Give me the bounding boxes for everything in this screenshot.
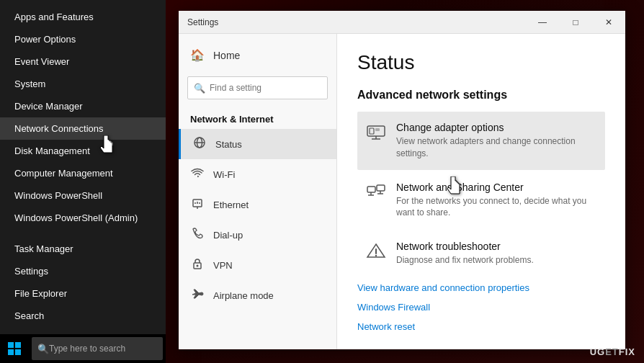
menu-item-explorer[interactable]: File Explorer — [0, 282, 166, 305]
airplane-icon — [190, 287, 205, 303]
adapter-icon — [366, 123, 386, 145]
setting-item-sharing[interactable]: Network and Sharing Center For the netwo… — [357, 171, 605, 230]
menu-item-event[interactable]: Event Viewer — [0, 50, 166, 73]
settings-window: Settings — □ ✕ 🏠 Home 🔍 Network & Intern… — [179, 11, 625, 349]
dialup-icon — [190, 227, 205, 243]
nav-search-input[interactable] — [210, 83, 321, 93]
menu-item-compmgmt[interactable]: Computer Management — [0, 162, 166, 184]
content-panel: Status Advanced network settings Change … — [337, 34, 625, 349]
svg-rect-2 — [8, 349, 14, 355]
close-button[interactable]: ✕ — [592, 11, 625, 34]
adapter-text: Change adapter options View network adap… — [396, 122, 596, 160]
taskbar: 🔍 Type here to search — [0, 334, 166, 363]
status-icon — [192, 136, 207, 152]
taskbar-search[interactable]: 🔍 Type here to search — [32, 337, 163, 360]
home-icon: 🏠 — [190, 48, 205, 62]
setting-item-troubleshoot[interactable]: Network troubleshooter Diagnose and fix … — [357, 230, 605, 277]
nav-item-dialup[interactable]: Dial-up — [179, 220, 336, 250]
wifi-icon — [190, 166, 205, 182]
window-controls: — □ ✕ — [526, 11, 625, 34]
maximize-button[interactable]: □ — [559, 11, 592, 34]
troubleshoot-icon — [366, 242, 386, 264]
menu-item-powershell-admin[interactable]: Windows PowerShell (Admin) — [0, 207, 166, 229]
nav-item-ethernet[interactable]: Ethernet — [179, 189, 336, 220]
menu-item-system[interactable]: System — [0, 73, 166, 95]
svg-rect-20 — [377, 185, 385, 191]
vpn-icon — [190, 257, 205, 273]
menu-item-settings[interactable]: Settings — [0, 260, 166, 282]
search-icon: 🔍 — [37, 344, 49, 354]
window-body: 🏠 Home 🔍 Network & Internet Status — [179, 34, 625, 349]
menu-item-disk[interactable]: Disk Management — [0, 140, 166, 162]
nav-item-vpn[interactable]: VPN — [179, 250, 336, 280]
link-firewall[interactable]: Windows Firewall — [357, 297, 605, 317]
ethernet-icon — [190, 197, 205, 212]
window-titlebar: Settings — □ ✕ — [179, 11, 625, 34]
setting-item-adapter[interactable]: Change adapter options View network adap… — [357, 112, 605, 170]
menu-item-network[interactable]: Network Connections — [0, 117, 166, 140]
svg-point-13 — [197, 265, 199, 267]
menu-item-taskmgr[interactable]: Task Manager — [0, 238, 166, 260]
context-menu: Apps and Features Power Options Event Vi… — [0, 0, 166, 363]
menu-item-devmgr[interactable]: Device Manager — [0, 95, 166, 117]
watermark: UGETFIX — [590, 346, 635, 357]
section-heading: Advanced network settings — [357, 89, 605, 102]
nav-search-box[interactable]: 🔍 — [187, 76, 328, 99]
menu-item-power[interactable]: Power Options — [0, 28, 166, 50]
content-title: Status — [357, 51, 605, 74]
svg-rect-15 — [370, 128, 374, 134]
svg-rect-0 — [8, 342, 14, 348]
svg-point-26 — [375, 255, 377, 256]
menu-item-apps[interactable]: Apps and Features — [0, 6, 166, 28]
sharing-text: Network and Sharing Center For the netwo… — [396, 182, 596, 220]
svg-rect-16 — [375, 128, 380, 131]
menu-item-search[interactable]: Search — [0, 305, 166, 327]
nav-home[interactable]: 🏠 Home — [179, 40, 336, 71]
nav-panel: 🏠 Home 🔍 Network & Internet Status — [179, 34, 337, 349]
menu-item-powershell[interactable]: Windows PowerShell — [0, 184, 166, 207]
svg-rect-3 — [15, 349, 21, 355]
nav-item-status[interactable]: Status — [179, 129, 336, 159]
search-icon: 🔍 — [194, 83, 205, 94]
nav-item-wifi[interactable]: Wi-Fi — [179, 159, 336, 189]
svg-rect-1 — [15, 342, 21, 348]
link-hardware[interactable]: View hardware and connection properties — [357, 278, 605, 297]
minimize-button[interactable]: — — [526, 11, 559, 34]
window-title: Settings — [187, 17, 218, 27]
svg-rect-19 — [367, 187, 375, 192]
nav-section-title: Network & Internet — [179, 105, 336, 129]
nav-item-airplane[interactable]: Airplane mode — [179, 280, 336, 310]
troubleshoot-text: Network troubleshooter Diagnose and fix … — [396, 241, 534, 266]
link-reset[interactable]: Network reset — [357, 317, 605, 336]
sharing-icon — [366, 183, 386, 205]
start-button[interactable] — [0, 334, 29, 363]
